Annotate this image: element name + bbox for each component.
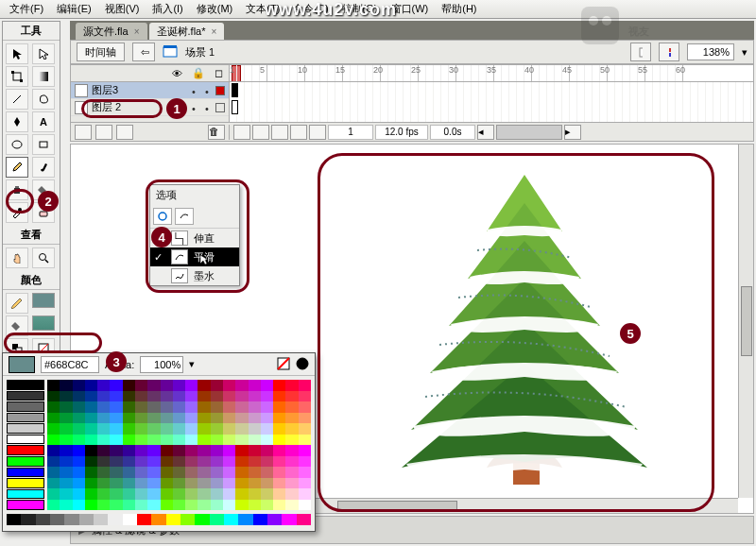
color-swatch[interactable] [97,380,110,391]
color-swatch[interactable] [249,435,261,446]
color-swatch[interactable] [123,401,135,413]
spectrum-swatch[interactable] [224,514,238,525]
color-swatch[interactable] [135,401,147,413]
color-swatch[interactable] [235,401,248,413]
color-swatch[interactable] [273,380,285,391]
color-swatch[interactable] [223,401,235,413]
color-swatch[interactable] [60,401,72,413]
color-swatch[interactable] [173,391,185,402]
color-swatch[interactable] [47,423,60,435]
color-swatch[interactable] [185,445,198,456]
layer-name[interactable]: 图层3 [92,83,185,97]
color-swatch[interactable] [161,391,173,402]
color-swatch[interactable] [135,467,147,478]
pen-tool[interactable] [6,111,28,132]
color-swatch[interactable] [261,435,273,446]
color-swatch[interactable] [60,445,72,456]
color-swatch[interactable] [235,413,248,424]
selection-tool[interactable] [6,43,28,64]
color-swatch[interactable] [173,423,185,435]
color-swatch[interactable] [223,380,235,391]
color-swatch[interactable] [97,391,110,402]
base-color-swatch[interactable] [7,391,44,401]
color-swatch[interactable] [161,445,173,456]
color-swatch[interactable] [173,380,185,391]
color-swatch[interactable] [135,391,147,402]
base-color-swatch[interactable] [7,456,44,467]
spectrum-swatch[interactable] [50,514,64,525]
color-swatch[interactable] [285,456,298,468]
spectrum-swatch[interactable] [238,514,252,525]
color-swatch[interactable] [273,435,285,446]
new-layer-folder-button[interactable] [95,125,112,140]
color-swatch[interactable] [123,478,135,489]
color-swatch[interactable] [185,500,198,511]
color-swatch[interactable] [185,467,198,478]
color-swatch[interactable] [261,413,273,424]
color-swatch[interactable] [47,380,60,391]
menu-help[interactable]: 帮助(H) [436,0,482,18]
color-swatch[interactable] [211,500,223,511]
color-swatch[interactable] [261,456,273,468]
spectrum-swatch[interactable] [123,514,137,525]
eye-icon[interactable]: 👁 [172,68,182,79]
color-swatch[interactable] [147,413,160,424]
onion-skin-outlines-button[interactable] [271,125,288,140]
menu-modify[interactable]: 修改(M) [191,0,239,18]
color-swatch[interactable] [73,380,85,391]
color-swatch[interactable] [261,423,273,435]
spectrum-swatch[interactable] [64,514,78,525]
color-swatch[interactable] [60,391,72,402]
color-swatch[interactable] [299,401,311,413]
color-swatch[interactable] [223,391,235,402]
color-swatch[interactable] [185,488,198,500]
spectrum-swatch[interactable] [195,514,209,525]
layer-lock-dot[interactable]: • [202,86,212,95]
color-swatch[interactable] [123,413,135,424]
color-swatch[interactable] [211,423,223,435]
spectrum-swatch[interactable] [137,514,151,525]
timeline-button[interactable]: 时间轴 [77,43,125,61]
color-swatch[interactable] [249,423,261,435]
color-swatch[interactable] [147,500,160,511]
timeline-scroll-left[interactable]: ◂ [477,125,494,140]
object-drawing-toggle[interactable] [153,208,172,225]
color-swatch[interactable] [249,456,261,468]
base-color-swatch[interactable] [7,489,44,500]
close-icon[interactable]: × [134,26,140,37]
color-swatch[interactable] [135,435,147,446]
color-swatch[interactable] [85,423,97,435]
color-swatch[interactable] [211,456,223,468]
color-swatch[interactable] [285,413,298,424]
color-swatch[interactable] [173,401,185,413]
color-swatch[interactable] [123,435,135,446]
rectangle-tool[interactable] [32,134,55,155]
color-swatch[interactable] [97,401,110,413]
color-swatch[interactable] [97,488,110,500]
color-swatch[interactable] [261,500,273,511]
color-swatch[interactable] [299,478,311,489]
color-swatch[interactable] [110,423,122,435]
fill-swatch[interactable] [32,316,55,331]
hex-input[interactable] [41,356,99,373]
color-swatch[interactable] [47,391,60,402]
lasso-tool[interactable] [32,89,55,110]
color-swatch[interactable] [47,413,60,424]
color-swatch[interactable] [60,456,72,468]
spectrum-swatch[interactable] [253,514,267,525]
color-swatch[interactable] [161,488,173,500]
color-swatch[interactable] [198,500,210,511]
color-swatch[interactable] [73,456,85,468]
color-swatch[interactable] [123,467,135,478]
color-swatch[interactable] [161,401,173,413]
onion-markers-button[interactable] [309,125,326,140]
close-icon[interactable]: × [212,26,217,37]
color-swatch[interactable] [249,478,261,489]
color-swatch[interactable] [249,380,261,391]
color-swatch[interactable] [85,380,97,391]
color-swatch[interactable] [85,500,97,511]
scene-name[interactable]: 场景 1 [185,45,215,60]
color-swatch[interactable] [249,401,261,413]
color-swatch[interactable] [97,467,110,478]
color-swatch[interactable] [211,435,223,446]
